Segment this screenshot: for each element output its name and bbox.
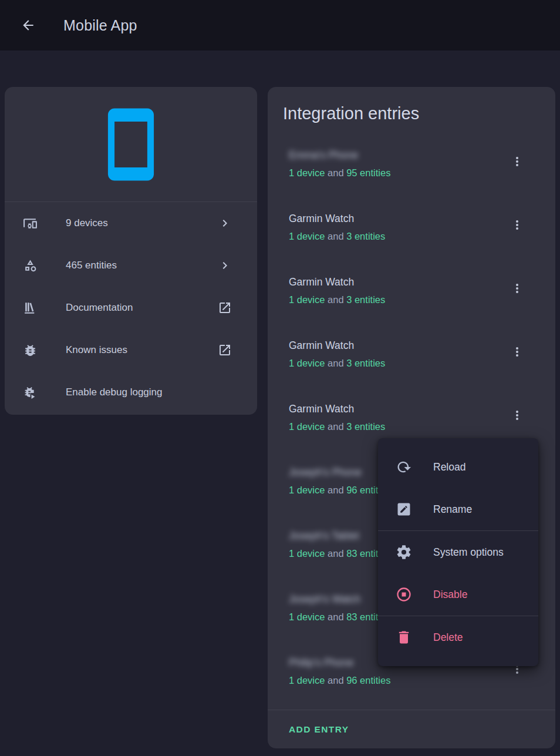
entry-devices-link[interactable]: 1 device [289, 611, 325, 622]
entry-menu-button[interactable] [505, 150, 529, 173]
entry-name: Joseph's Watch [289, 592, 360, 606]
shapes-icon [23, 258, 38, 273]
entry-name: Garmin Watch [289, 338, 354, 352]
entry-entities-link[interactable]: 3 entities [346, 358, 385, 368]
entry-conjunction: and [328, 485, 346, 495]
entry-devices-link[interactable]: 1 device [289, 675, 325, 686]
entry-context-menu: ReloadRenameSystem optionsDisableDelete [378, 438, 538, 666]
entry-name: Garmin Watch [289, 402, 354, 416]
entry-menu-button[interactable] [505, 213, 529, 237]
entry-entities-link[interactable]: 96 entities [346, 675, 390, 686]
entry-devices-link[interactable]: 1 device [289, 485, 325, 495]
entries-title: Integration entries [268, 87, 555, 125]
integration-hero [5, 87, 257, 202]
pencil-box-icon [396, 501, 412, 518]
cog-icon [396, 544, 412, 560]
entry-devices-link[interactable]: 1 device [289, 167, 325, 178]
info-item-label: 9 devices [66, 217, 218, 229]
menu-item-label: Delete [433, 631, 463, 644]
entry-devices-link[interactable]: 1 device [289, 358, 325, 368]
entries-footer: ADD ENTRY [268, 710, 555, 748]
back-button[interactable] [14, 11, 42, 39]
chevron-right-icon [218, 216, 232, 230]
menu-item-reload[interactable]: Reload [378, 446, 538, 488]
entry-name: Emma's Phone [289, 148, 358, 162]
info-item-label: Known issues [66, 344, 218, 356]
entry-conjunction: and [328, 358, 346, 368]
bug-icon [23, 343, 38, 358]
entry-entities-link[interactable]: 3 entities [346, 231, 385, 241]
arrow-left-icon [21, 18, 36, 33]
menu-item-label: Rename [433, 503, 472, 516]
info-item-label: 465 entities [66, 260, 218, 271]
dots-vertical-icon [510, 345, 524, 359]
entry-menu-button[interactable] [505, 404, 529, 427]
chevron-right-icon [218, 258, 232, 273]
bug-play-icon [23, 385, 38, 400]
reload-icon [396, 459, 412, 475]
integration-entry: Garmin Watch 1 device and 3 entities [268, 268, 555, 331]
info-item-documentation[interactable]: Documentation [5, 287, 257, 329]
menu-item-label: System options [433, 546, 504, 559]
entry-conjunction: and [328, 294, 346, 305]
entry-conjunction: and [328, 611, 346, 622]
library-icon [23, 301, 38, 315]
cellphone-icon [92, 105, 170, 184]
entry-conjunction: and [328, 167, 346, 178]
entry-conjunction: and [328, 675, 346, 686]
entry-entities-link[interactable]: 3 entities [346, 421, 385, 432]
entry-menu-button[interactable] [505, 277, 529, 300]
delete-icon [396, 629, 412, 646]
info-item-465-entities[interactable]: 465 entities [5, 244, 257, 287]
entry-conjunction: and [328, 231, 346, 241]
info-item-9-devices[interactable]: 9 devices [5, 202, 257, 244]
entry-devices-link[interactable]: 1 device [289, 294, 325, 305]
stop-circle-icon [396, 586, 412, 603]
menu-item-disable[interactable]: Disable [378, 573, 538, 616]
info-item-enable-debug-logging[interactable]: Enable debug logging [5, 371, 257, 414]
integration-info-card: 9 devices465 entitiesDocumentationKnown … [5, 87, 257, 415]
entry-name: Philip's Phone [289, 656, 353, 670]
add-entry-button[interactable]: ADD ENTRY [289, 724, 349, 735]
integration-entry: Emma's Phone 1 device and 95 entities [268, 141, 555, 204]
entry-conjunction: and [328, 421, 346, 432]
entry-devices-link[interactable]: 1 device [289, 231, 325, 241]
dots-vertical-icon [510, 154, 524, 169]
integration-entry: Garmin Watch 1 device and 3 entities [268, 331, 555, 395]
menu-item-rename[interactable]: Rename [378, 488, 538, 530]
entry-entities-link[interactable]: 3 entities [346, 294, 385, 305]
menu-item-delete[interactable]: Delete [378, 616, 538, 658]
dots-vertical-icon [510, 218, 524, 232]
info-item-label: Documentation [66, 302, 218, 314]
info-item-label: Enable debug logging [66, 387, 232, 398]
entry-name: Garmin Watch [289, 275, 354, 289]
entry-conjunction: and [328, 548, 346, 559]
entry-devices-link[interactable]: 1 device [289, 421, 325, 432]
open-in-new-icon [218, 343, 232, 357]
entry-entities-link[interactable]: 95 entities [346, 167, 390, 178]
entry-name: Garmin Watch [289, 211, 354, 226]
menu-item-system-options[interactable]: System options [378, 531, 538, 573]
open-in-new-icon [218, 301, 232, 315]
entry-menu-button[interactable] [505, 340, 529, 364]
entry-devices-link[interactable]: 1 device [289, 548, 325, 559]
dots-vertical-icon [510, 408, 524, 422]
page-title: Mobile App [63, 17, 137, 34]
menu-item-label: Disable [433, 589, 467, 601]
info-item-known-issues[interactable]: Known issues [5, 329, 257, 371]
info-list: 9 devices465 entitiesDocumentationKnown … [5, 202, 257, 414]
dots-vertical-icon [510, 281, 524, 295]
entry-name: Joseph's Phone [289, 465, 362, 479]
entry-name: Joseph's Tablet [289, 529, 359, 543]
menu-item-label: Reload [433, 461, 465, 473]
integration-entry: Garmin Watch 1 device and 3 entities [268, 204, 555, 268]
devices-icon [23, 216, 38, 231]
app-header: Mobile App [0, 0, 560, 51]
